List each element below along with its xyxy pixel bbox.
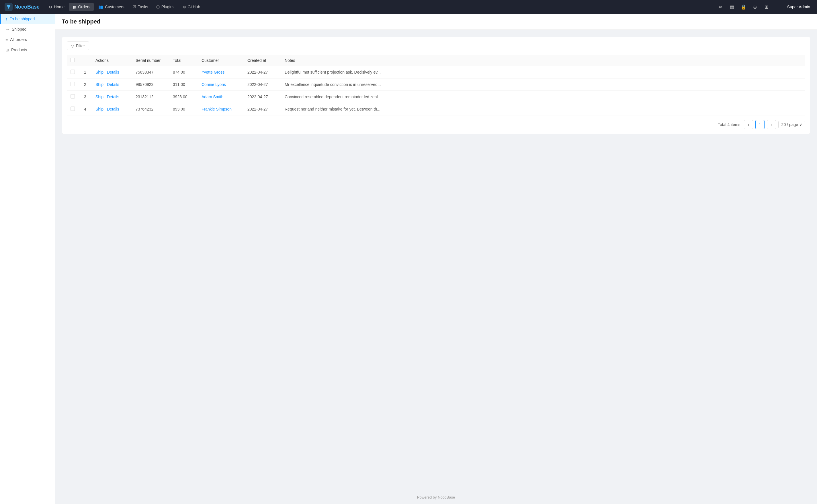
logo[interactable]: NocoBase xyxy=(5,3,40,11)
table-row: 4 Ship Details 73764232 893.00 Frankie S… xyxy=(67,103,805,115)
customer-link[interactable]: Connie Lyons xyxy=(201,82,226,87)
sidebar-item-products[interactable]: ⊞ Products xyxy=(0,45,55,55)
select-all-checkbox[interactable] xyxy=(70,58,74,62)
github-icon: ⊛ xyxy=(182,5,186,9)
row-actions: Ship Details xyxy=(92,78,132,91)
sidebar-item-shipped[interactable]: → Shipped xyxy=(0,24,55,34)
row-total: 874.00 xyxy=(169,66,198,78)
select-all-header[interactable] xyxy=(67,55,78,66)
filter-button[interactable]: ▽ Filter xyxy=(67,42,89,50)
actions-header: Actions xyxy=(92,55,132,66)
app-layout: ↑ To be shipped → Shipped ≡ All orders ⊞… xyxy=(0,14,817,504)
row-created-at: 2022-04-27 xyxy=(244,91,281,103)
arrow-right-icon: → xyxy=(5,27,9,31)
pagination-bar: Total 4 items ‹ 1 › 20 / page ∨ xyxy=(67,120,805,129)
row-number: 1 xyxy=(78,66,92,78)
row-checkbox-cell[interactable] xyxy=(67,91,78,103)
details-button[interactable]: Details xyxy=(107,70,119,74)
ship-button[interactable]: Ship xyxy=(95,95,103,99)
row-customer: Adam Smith xyxy=(198,91,244,103)
row-customer: Frankie Simpson xyxy=(198,103,244,115)
details-button[interactable]: Details xyxy=(107,82,119,87)
list-icon: ≡ xyxy=(5,37,8,42)
more-icon-btn[interactable]: ⋮ xyxy=(773,2,783,11)
row-number: 2 xyxy=(78,78,92,91)
ship-button[interactable]: Ship xyxy=(95,70,103,74)
row-checkbox-cell[interactable] xyxy=(67,66,78,78)
share-icon-btn[interactable]: ⊕ xyxy=(751,2,760,11)
tasks-icon: ☑ xyxy=(132,5,136,9)
content-area: ▽ Filter Actions xyxy=(55,30,817,491)
pagination-prev-button[interactable]: ‹ xyxy=(744,120,753,129)
pagination-page-1-button[interactable]: 1 xyxy=(755,120,765,129)
row-checkbox[interactable] xyxy=(70,94,75,99)
footer: Powered by NocoBase xyxy=(55,491,817,504)
row-number-header xyxy=(78,55,92,66)
row-customer: Yvette Gross xyxy=(198,66,244,78)
customer-link[interactable]: Frankie Simpson xyxy=(201,107,232,111)
filter-bar: ▽ Filter xyxy=(67,42,805,50)
nav-tasks[interactable]: ☑ Tasks xyxy=(129,3,152,11)
ship-button[interactable]: Ship xyxy=(95,107,103,111)
serial-number-header: Serial number xyxy=(132,55,169,66)
row-customer: Connie Lyons xyxy=(198,78,244,91)
pagination-total: Total 4 items xyxy=(718,122,741,127)
row-checkbox[interactable] xyxy=(70,82,75,86)
user-label[interactable]: Super Admin xyxy=(785,3,812,10)
sidebar: ↑ To be shipped → Shipped ≡ All orders ⊞… xyxy=(0,14,55,504)
top-navigation: NocoBase ⊙ Home ▦ Orders 👥 Customers ☑ T… xyxy=(0,0,817,14)
nav-plugins[interactable]: ⬡ Plugins xyxy=(153,3,178,11)
nav-customers[interactable]: 👥 Customers xyxy=(95,3,128,11)
row-serial: 23132112 xyxy=(132,91,169,103)
nav-orders[interactable]: ▦ Orders xyxy=(69,3,94,11)
page-header: To be shipped xyxy=(55,14,817,30)
customers-icon: 👥 xyxy=(98,5,103,9)
notes-header: Notes xyxy=(281,55,805,66)
customer-link[interactable]: Yvette Gross xyxy=(201,70,225,74)
table-row: 1 Ship Details 75638347 874.00 Yvette Gr… xyxy=(67,66,805,78)
logo-icon xyxy=(5,3,13,11)
created-at-header: Created at xyxy=(244,55,281,66)
row-checkbox-cell[interactable] xyxy=(67,103,78,115)
sidebar-item-all-orders[interactable]: ≡ All orders xyxy=(0,34,55,45)
ship-button[interactable]: Ship xyxy=(95,82,103,87)
row-serial: 75638347 xyxy=(132,66,169,78)
table-row: 2 Ship Details 98570923 311.00 Connie Ly… xyxy=(67,78,805,91)
chevron-down-icon: ∨ xyxy=(799,122,802,127)
row-notes: Request norland neither mistake for yet.… xyxy=(281,103,805,115)
row-checkbox[interactable] xyxy=(70,70,75,74)
table-body: 1 Ship Details 75638347 874.00 Yvette Gr… xyxy=(67,66,805,115)
row-checkbox-cell[interactable] xyxy=(67,78,78,91)
customer-header: Customer xyxy=(198,55,244,66)
details-button[interactable]: Details xyxy=(107,107,119,111)
row-created-at: 2022-04-27 xyxy=(244,78,281,91)
details-button[interactable]: Details xyxy=(107,95,119,99)
sidebar-item-to-be-shipped[interactable]: ↑ To be shipped xyxy=(0,14,55,24)
filter-icon: ▽ xyxy=(71,44,74,48)
home-icon: ⊙ xyxy=(49,5,52,9)
plugins-icon: ⬡ xyxy=(156,5,160,9)
page-title: To be shipped xyxy=(62,18,810,25)
nav-github[interactable]: ⊛ GitHub xyxy=(179,3,204,11)
page-size-selector[interactable]: 20 / page ∨ xyxy=(778,121,805,128)
topnav-right-actions: ✏ ▤ 🔒 ⊕ ⊞ ⋮ Super Admin xyxy=(716,2,812,11)
nav-home[interactable]: ⊙ Home xyxy=(45,3,68,11)
customer-link[interactable]: Adam Smith xyxy=(201,95,223,99)
lock-icon-btn[interactable]: 🔒 xyxy=(739,2,748,11)
row-created-at: 2022-04-27 xyxy=(244,103,281,115)
pencil-icon-btn[interactable]: ✏ xyxy=(716,2,725,11)
table-icon-btn[interactable]: ▤ xyxy=(728,2,737,11)
orders-icon: ▦ xyxy=(72,5,76,9)
orders-table: Actions Serial number Total Customer xyxy=(67,55,805,115)
row-serial: 73764232 xyxy=(132,103,169,115)
row-actions: Ship Details xyxy=(92,66,132,78)
grid-icon: ⊞ xyxy=(5,48,9,52)
logo-text: NocoBase xyxy=(14,4,40,10)
table-row: 3 Ship Details 23132112 3923.00 Adam Smi… xyxy=(67,91,805,103)
row-checkbox[interactable] xyxy=(70,107,75,111)
pagination-next-button[interactable]: › xyxy=(767,120,776,129)
row-number: 4 xyxy=(78,103,92,115)
row-notes: Delightful met sufficient projection ask… xyxy=(281,66,805,78)
table-header: Actions Serial number Total Customer xyxy=(67,55,805,66)
layout-icon-btn[interactable]: ⊞ xyxy=(762,2,771,11)
